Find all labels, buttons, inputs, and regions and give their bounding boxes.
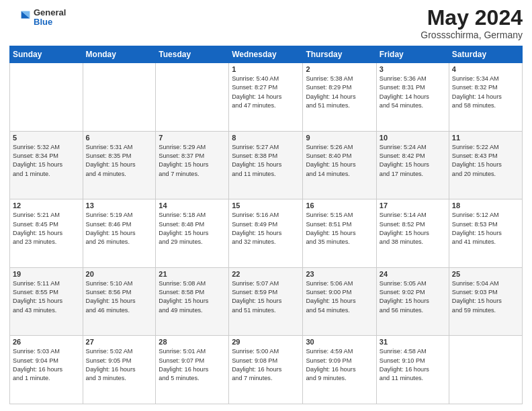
logo: General Blue — [9, 7, 66, 28]
title-block: May 2024 Grossschirma, Germany — [420, 7, 523, 40]
day-info: Sunrise: 5:27 AMSunset: 8:38 PMDaylight:… — [232, 143, 300, 179]
day-number: 25 — [452, 270, 519, 278]
day-info: Sunrise: 5:38 AMSunset: 8:29 PMDaylight:… — [306, 75, 373, 110]
table-row: 13Sunrise: 5:19 AMSunset: 8:46 PMDayligh… — [83, 199, 156, 268]
day-info: Sunrise: 5:06 AMSunset: 9:00 PMDaylight:… — [306, 279, 373, 315]
day-info: Sunrise: 5:32 AMSunset: 8:34 PMDaylight:… — [13, 143, 80, 179]
table-row: 8Sunrise: 5:27 AMSunset: 8:38 PMDaylight… — [229, 131, 303, 199]
header-thursday: Thursday — [303, 46, 376, 63]
day-info: Sunrise: 5:22 AMSunset: 8:43 PMDaylight:… — [452, 143, 519, 179]
table-row: 1Sunrise: 5:40 AMSunset: 8:27 PMDaylight… — [229, 63, 303, 132]
header-sunday: Sunday — [10, 46, 83, 63]
day-number: 16 — [306, 201, 373, 210]
day-number: 17 — [380, 201, 446, 210]
table-row: 2Sunrise: 5:38 AMSunset: 8:29 PMDaylight… — [303, 63, 376, 132]
day-info: Sunrise: 5:40 AMSunset: 8:27 PMDaylight:… — [232, 75, 300, 110]
day-number: 7 — [159, 134, 226, 142]
day-info: Sunrise: 5:15 AMSunset: 8:51 PMDaylight:… — [306, 211, 373, 246]
weekday-header-row: Sunday Monday Tuesday Wednesday Thursday… — [10, 46, 523, 63]
table-row: 21Sunrise: 5:08 AMSunset: 8:58 PMDayligh… — [156, 267, 229, 336]
table-row: 19Sunrise: 5:11 AMSunset: 8:55 PMDayligh… — [10, 267, 83, 336]
day-number: 3 — [380, 65, 446, 73]
calendar-week-row: 26Sunrise: 5:03 AMSunset: 9:04 PMDayligh… — [10, 336, 523, 404]
header-monday: Monday — [83, 46, 156, 63]
table-row: 24Sunrise: 5:05 AMSunset: 9:02 PMDayligh… — [376, 267, 449, 336]
calendar-table: Sunday Monday Tuesday Wednesday Thursday… — [9, 46, 523, 404]
day-number: 18 — [452, 201, 519, 210]
table-row: 20Sunrise: 5:10 AMSunset: 8:56 PMDayligh… — [83, 267, 156, 336]
day-number: 11 — [452, 134, 519, 142]
table-row: 18Sunrise: 5:12 AMSunset: 8:53 PMDayligh… — [449, 199, 522, 268]
table-row — [83, 63, 156, 132]
day-number: 14 — [159, 201, 226, 210]
day-number: 26 — [13, 338, 80, 346]
table-row: 5Sunrise: 5:32 AMSunset: 8:34 PMDaylight… — [10, 131, 83, 199]
table-row: 31Sunrise: 4:58 AMSunset: 9:10 PMDayligh… — [376, 336, 449, 404]
day-number: 4 — [452, 65, 519, 73]
day-number: 23 — [306, 270, 373, 278]
header-saturday: Saturday — [449, 46, 522, 63]
day-info: Sunrise: 5:04 AMSunset: 9:03 PMDaylight:… — [452, 279, 519, 315]
day-info: Sunrise: 5:19 AMSunset: 8:46 PMDaylight:… — [86, 211, 153, 246]
calendar-week-row: 5Sunrise: 5:32 AMSunset: 8:34 PMDaylight… — [10, 131, 523, 199]
table-row: 3Sunrise: 5:36 AMSunset: 8:31 PMDaylight… — [376, 63, 449, 132]
table-row: 11Sunrise: 5:22 AMSunset: 8:43 PMDayligh… — [449, 131, 522, 199]
day-number: 27 — [86, 338, 153, 346]
table-row: 26Sunrise: 5:03 AMSunset: 9:04 PMDayligh… — [10, 336, 83, 404]
day-info: Sunrise: 5:07 AMSunset: 8:59 PMDaylight:… — [232, 279, 300, 315]
calendar-week-row: 12Sunrise: 5:21 AMSunset: 8:45 PMDayligh… — [10, 199, 523, 268]
day-info: Sunrise: 5:10 AMSunset: 8:56 PMDaylight:… — [86, 279, 153, 315]
day-info: Sunrise: 5:08 AMSunset: 8:58 PMDaylight:… — [159, 279, 226, 315]
table-row — [449, 336, 522, 404]
day-number: 31 — [380, 338, 446, 346]
day-number: 30 — [306, 338, 373, 346]
logo-blue-label: Blue — [34, 17, 66, 27]
day-info: Sunrise: 5:11 AMSunset: 8:55 PMDaylight:… — [13, 279, 80, 315]
table-row — [10, 63, 83, 132]
day-number: 5 — [13, 134, 80, 142]
day-info: Sunrise: 5:31 AMSunset: 8:35 PMDaylight:… — [86, 143, 153, 179]
table-row: 29Sunrise: 5:00 AMSunset: 9:08 PMDayligh… — [229, 336, 303, 404]
day-info: Sunrise: 5:14 AMSunset: 8:52 PMDaylight:… — [380, 211, 446, 246]
day-info: Sunrise: 5:29 AMSunset: 8:37 PMDaylight:… — [159, 143, 226, 179]
day-number: 1 — [232, 65, 300, 73]
day-number: 13 — [86, 201, 153, 210]
calendar-week-row: 1Sunrise: 5:40 AMSunset: 8:27 PMDaylight… — [10, 63, 523, 132]
day-info: Sunrise: 4:59 AMSunset: 9:09 PMDaylight:… — [306, 347, 373, 383]
day-info: Sunrise: 4:58 AMSunset: 9:10 PMDaylight:… — [380, 347, 446, 383]
header-tuesday: Tuesday — [156, 46, 229, 63]
table-row: 30Sunrise: 4:59 AMSunset: 9:09 PMDayligh… — [303, 336, 376, 404]
table-row: 9Sunrise: 5:26 AMSunset: 8:40 PMDaylight… — [303, 131, 376, 199]
day-number: 21 — [159, 270, 226, 278]
day-info: Sunrise: 5:00 AMSunset: 9:08 PMDaylight:… — [232, 347, 300, 383]
table-row: 22Sunrise: 5:07 AMSunset: 8:59 PMDayligh… — [229, 267, 303, 336]
day-info: Sunrise: 5:01 AMSunset: 9:07 PMDaylight:… — [159, 347, 226, 383]
day-info: Sunrise: 5:26 AMSunset: 8:40 PMDaylight:… — [306, 143, 373, 179]
table-row: 15Sunrise: 5:16 AMSunset: 8:49 PMDayligh… — [229, 199, 303, 268]
header-wednesday: Wednesday — [229, 46, 303, 63]
header: General Blue May 2024 Grossschirma, Germ… — [9, 7, 523, 40]
table-row: 12Sunrise: 5:21 AMSunset: 8:45 PMDayligh… — [10, 199, 83, 268]
table-row: 10Sunrise: 5:24 AMSunset: 8:42 PMDayligh… — [376, 131, 449, 199]
table-row: 4Sunrise: 5:34 AMSunset: 8:32 PMDaylight… — [449, 63, 522, 132]
table-row — [156, 63, 229, 132]
day-info: Sunrise: 5:36 AMSunset: 8:31 PMDaylight:… — [380, 75, 446, 110]
logo-general-label: General — [34, 8, 66, 17]
day-number: 2 — [306, 65, 373, 73]
day-info: Sunrise: 5:02 AMSunset: 9:05 PMDaylight:… — [86, 347, 153, 383]
day-info: Sunrise: 5:05 AMSunset: 9:02 PMDaylight:… — [380, 279, 446, 315]
day-info: Sunrise: 5:34 AMSunset: 8:32 PMDaylight:… — [452, 75, 519, 110]
table-row: 17Sunrise: 5:14 AMSunset: 8:52 PMDayligh… — [376, 199, 449, 268]
logo-text: General Blue — [34, 8, 66, 28]
header-friday: Friday — [376, 46, 449, 63]
day-number: 15 — [232, 201, 300, 210]
day-number: 9 — [306, 134, 373, 142]
day-number: 19 — [13, 270, 80, 278]
logo-icon — [9, 7, 31, 28]
day-info: Sunrise: 5:21 AMSunset: 8:45 PMDaylight:… — [13, 211, 80, 246]
day-number: 12 — [13, 201, 80, 210]
day-number: 22 — [232, 270, 300, 278]
table-row: 6Sunrise: 5:31 AMSunset: 8:35 PMDaylight… — [83, 131, 156, 199]
day-number: 20 — [86, 270, 153, 278]
day-info: Sunrise: 5:12 AMSunset: 8:53 PMDaylight:… — [452, 211, 519, 246]
